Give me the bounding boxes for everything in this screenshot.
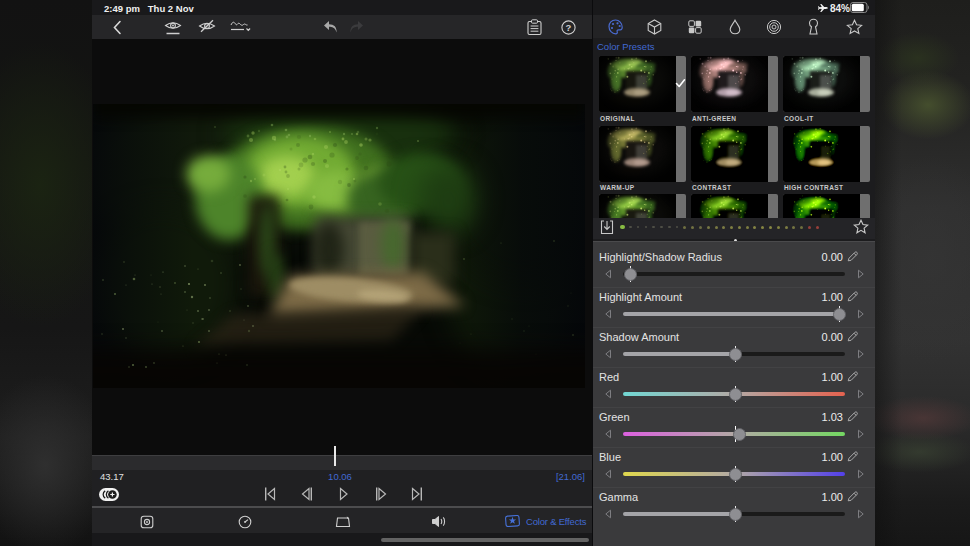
svg-text:?: ? [566,22,572,33]
